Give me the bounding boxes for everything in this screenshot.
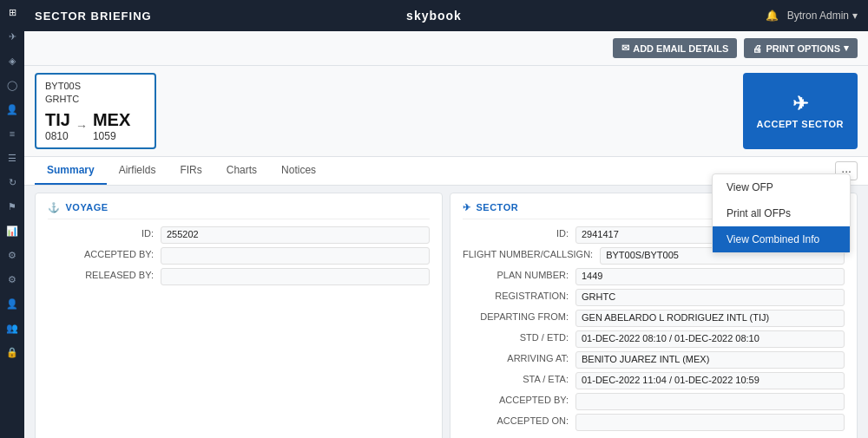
- print-chevron-icon: ▾: [844, 42, 849, 54]
- arrival-code: MEX: [93, 110, 130, 130]
- add-email-button[interactable]: ✉ ADD EMAIL DETAILS: [613, 38, 737, 58]
- context-view-combined-info[interactable]: View Combined Info: [713, 226, 850, 252]
- voyage-accepted-label: ACCEPTED BY:: [48, 247, 161, 259]
- context-print-all-ofps[interactable]: Print all OFPs: [713, 200, 850, 226]
- callsign-line2: GRHTC: [45, 93, 146, 106]
- chevron-down-icon: ▾: [852, 10, 858, 22]
- page-title: SECTOR BRIEFING: [35, 10, 152, 23]
- sector-flt-label: FLIGHT NUMBER/CALLSIGN:: [463, 247, 600, 259]
- sector-plan-label: PLAN NUMBER:: [463, 268, 575, 280]
- sector-acc-on-row: ACCEPTED ON:: [463, 414, 845, 431]
- sector-id-label: ID:: [463, 226, 575, 239]
- print-icon: 🖨: [753, 43, 762, 54]
- sector-reg-row: REGISTRATION: GRHTC: [463, 289, 845, 306]
- sidebar-icon-list[interactable]: ☰: [0, 146, 24, 170]
- tab-airfields[interactable]: Airfields: [107, 157, 168, 185]
- route-arrow-icon: →: [76, 119, 88, 133]
- sector-arr-label: ARRIVING AT:: [463, 351, 575, 363]
- departure-code: TIJ: [45, 110, 70, 130]
- sidebar-icon-lock[interactable]: 🔒: [0, 340, 24, 364]
- sidebar-icon-circle[interactable]: ◯: [0, 73, 24, 97]
- sector-sta-value: 01-DEC-2022 11:04 / 01-DEC-2022 10:59: [575, 372, 845, 389]
- voyage-panel-title: ⚓ VOYAGE: [48, 202, 430, 219]
- sidebar-icon-layers[interactable]: ≡: [0, 121, 24, 146]
- sidebar-icon-settings2[interactable]: ⚙: [0, 267, 24, 291]
- voyage-panel: ⚓ VOYAGE ID: 255202 ACCEPTED BY: RELEASE…: [35, 193, 443, 438]
- sidebar-icon-gear[interactable]: ⚙: [0, 243, 24, 267]
- accept-sector-label: ACCEPT SECTOR: [757, 119, 844, 129]
- departure-time: 0810: [45, 130, 70, 142]
- sector-acc-by-label: ACCEPTED BY:: [463, 393, 575, 405]
- sidebar-icon-grid[interactable]: ⊞: [0, 0, 24, 24]
- context-menu: View OFP Print all OFPs View Combined In…: [712, 186, 851, 253]
- sidebar-icon-chart[interactable]: 📊: [0, 219, 24, 243]
- voyage-id-label: ID:: [48, 226, 161, 239]
- action-bar: ✉ ADD EMAIL DETAILS 🖨 PRINT OPTIONS ▾: [24, 31, 868, 66]
- scrollable-content: View OFP Print all OFPs View Combined In…: [24, 186, 868, 438]
- user-name: Bytron Admin: [787, 10, 849, 22]
- voyage-released-row: RELEASED BY:: [48, 268, 430, 285]
- sector-acc-by-value: [575, 393, 845, 410]
- tab-summary[interactable]: Summary: [35, 157, 107, 185]
- topbar-center: skybook: [406, 9, 462, 23]
- sector-std-value: 01-DEC-2022 08:10 / 01-DEC-2022 08:10: [575, 330, 845, 348]
- sector-reg-value: GRHTC: [575, 289, 845, 306]
- sector-dep-from-row: DEPARTING FROM: GEN ABELARDO L RODRIGUEZ…: [463, 310, 845, 327]
- accept-sector-icon: ✈: [792, 93, 809, 115]
- bell-icon[interactable]: 🔔: [766, 10, 779, 22]
- sidebar-icon-group[interactable]: 👥: [0, 316, 24, 340]
- sector-dep-label: DEPARTING FROM:: [463, 310, 575, 322]
- arrival-time: 1059: [93, 130, 130, 142]
- sector-std-label: STD / ETD:: [463, 330, 575, 343]
- context-view-ofp[interactable]: View OFP: [713, 186, 850, 200]
- voyage-id-row: ID: 255202: [48, 226, 430, 244]
- sector-plan-value: 1449: [575, 268, 845, 285]
- sidebar-icon-plane[interactable]: ✈: [0, 24, 24, 49]
- sector-sta-label: STA / ETA:: [463, 372, 575, 384]
- tab-notices[interactable]: Notices: [269, 157, 328, 185]
- main-content: SECTOR BRIEFING skybook 🔔 Bytron Admin ▾…: [24, 0, 868, 438]
- callsign-line1: BYT00S: [45, 80, 146, 93]
- flight-route: TIJ 0810 → MEX 1059: [45, 110, 146, 142]
- topbar-right: 🔔 Bytron Admin ▾: [766, 10, 858, 22]
- skybook-logo: skybook: [406, 9, 462, 23]
- sector-icon: ✈: [463, 202, 471, 213]
- email-icon: ✉: [621, 42, 629, 54]
- user-menu[interactable]: Bytron Admin ▾: [787, 10, 858, 22]
- sector-reg-label: REGISTRATION:: [463, 289, 575, 301]
- sector-arr-value: BENITO JUAREZ INTL (MEX): [575, 351, 845, 369]
- sidebar-icon-refresh[interactable]: ↻: [0, 170, 24, 194]
- tab-firs[interactable]: FIRs: [168, 157, 214, 185]
- accept-sector-button[interactable]: ✈ ACCEPT SECTOR: [743, 73, 858, 149]
- voyage-released-value: [161, 268, 430, 285]
- sidebar-icon-tag[interactable]: ◈: [0, 49, 24, 73]
- tab-charts[interactable]: Charts: [214, 157, 269, 185]
- print-options-button[interactable]: 🖨 PRINT OPTIONS ▾: [744, 38, 858, 58]
- sidebar-icon-user[interactable]: 👤: [0, 97, 24, 121]
- sidebar: ⊞ ✈ ◈ ◯ 👤 ≡ ☰ ↻ ⚑ 📊 ⚙ ⚙ 👤 👥 🔒: [0, 0, 24, 438]
- sidebar-icon-person[interactable]: 👤: [0, 291, 24, 316]
- topbar: SECTOR BRIEFING skybook 🔔 Bytron Admin ▾: [24, 0, 868, 31]
- sector-acc-on-label: ACCEPTED ON:: [463, 414, 575, 426]
- sidebar-icon-flag[interactable]: ⚑: [0, 194, 24, 219]
- sector-sta-row: STA / ETA: 01-DEC-2022 11:04 / 01-DEC-20…: [463, 372, 845, 389]
- sector-std-row: STD / ETD: 01-DEC-2022 08:10 / 01-DEC-20…: [463, 330, 845, 348]
- sector-plan-row: PLAN NUMBER: 1449: [463, 268, 845, 285]
- voyage-released-label: RELEASED BY:: [48, 268, 161, 280]
- voyage-icon: ⚓: [48, 202, 61, 213]
- sector-arr-at-row: ARRIVING AT: BENITO JUAREZ INTL (MEX): [463, 351, 845, 369]
- topbar-left: SECTOR BRIEFING: [35, 10, 152, 23]
- sector-flight-card: BYT00S GRHTC TIJ 0810 → MEX 1059: [35, 73, 156, 149]
- sector-acc-by-row: ACCEPTED BY:: [463, 393, 845, 410]
- voyage-accepted-value: [161, 247, 430, 265]
- voyage-id-value: 255202: [161, 226, 430, 244]
- sector-dep-value: GEN ABELARDO L RODRIGUEZ INTL (TIJ): [575, 310, 845, 327]
- sector-acc-on-value: [575, 414, 845, 431]
- voyage-accepted-row: ACCEPTED BY:: [48, 247, 430, 265]
- sector-header: BYT00S GRHTC TIJ 0810 → MEX 1059 ✈ ACCEP…: [24, 66, 868, 157]
